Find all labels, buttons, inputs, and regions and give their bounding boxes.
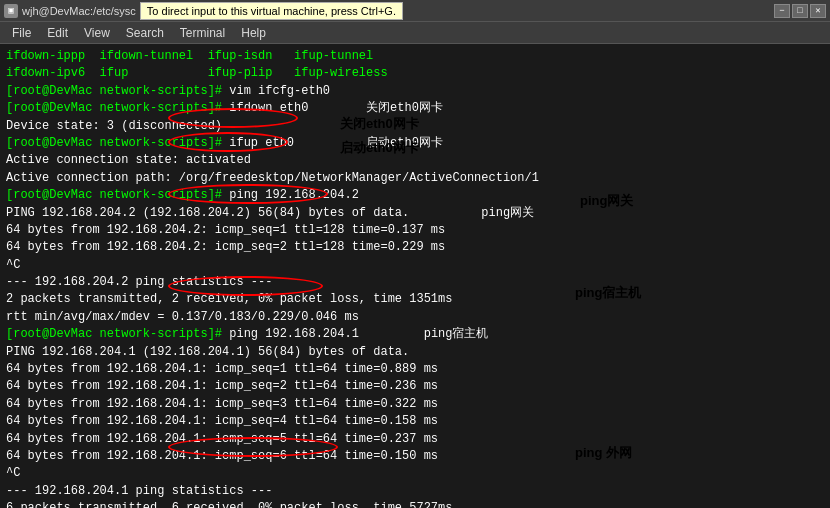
annotation-3: ping宿主机 bbox=[575, 284, 641, 302]
annotation-4: ping 外网 bbox=[575, 444, 632, 462]
maximize-button[interactable]: □ bbox=[792, 4, 808, 18]
title-bar-left: ▣ wjh@DevMac:/etc/sysc To direct input t… bbox=[4, 2, 403, 20]
terminal-line: 64 bytes from 192.168.204.1: icmp_seq=1 … bbox=[6, 361, 824, 378]
terminal-line: 64 bytes from 192.168.204.2: icmp_seq=2 … bbox=[6, 239, 824, 256]
terminal-line: 64 bytes from 192.168.204.1: icmp_seq=5 … bbox=[6, 431, 824, 448]
terminal-line: 64 bytes from 192.168.204.1: icmp_seq=6 … bbox=[6, 448, 824, 465]
terminal-line: PING 192.168.204.2 (192.168.204.2) 56(84… bbox=[6, 205, 824, 222]
menu-bar: FileEditViewSearchTerminalHelp bbox=[0, 22, 830, 44]
terminal-line: --- 192.168.204.1 ping statistics --- bbox=[6, 483, 824, 500]
terminal-icon: ▣ bbox=[4, 4, 18, 18]
annotation-2: ping网关 bbox=[580, 192, 633, 210]
menu-item-view[interactable]: View bbox=[76, 22, 118, 44]
terminal-line: PING 192.168.204.1 (192.168.204.1) 56(84… bbox=[6, 344, 824, 361]
annotation-1: 启动eth0网卡 bbox=[340, 139, 419, 157]
menu-item-edit[interactable]: Edit bbox=[39, 22, 76, 44]
menu-item-file[interactable]: File bbox=[4, 22, 39, 44]
terminal-line: 6 packets transmitted, 6 received, 0% pa… bbox=[6, 500, 824, 508]
close-button[interactable]: ✕ bbox=[810, 4, 826, 18]
title-bar-controls: − □ ✕ bbox=[774, 4, 826, 18]
terminal-line: 64 bytes from 192.168.204.2: icmp_seq=1 … bbox=[6, 222, 824, 239]
title-bar-tooltip: To direct input to this virtual machine,… bbox=[140, 2, 403, 20]
terminal-line: 2 packets transmitted, 2 received, 0% pa… bbox=[6, 291, 824, 308]
menu-item-terminal[interactable]: Terminal bbox=[172, 22, 233, 44]
title-bar: ▣ wjh@DevMac:/etc/sysc To direct input t… bbox=[0, 0, 830, 22]
terminal-line: [root@DevMac network-scripts]# vim ifcfg… bbox=[6, 83, 824, 100]
terminal-line: [root@DevMac network-scripts]# ping 192.… bbox=[6, 326, 824, 343]
terminal-line: ^C bbox=[6, 257, 824, 274]
terminal[interactable]: ifdown-ippp ifdown-tunnel ifup-isdn ifup… bbox=[0, 44, 830, 508]
terminal-line: rtt min/avg/max/mdev = 0.137/0.183/0.229… bbox=[6, 309, 824, 326]
terminal-line: ifdown-ippp ifdown-tunnel ifup-isdn ifup… bbox=[6, 48, 824, 65]
terminal-line: Active connection path: /org/freedesktop… bbox=[6, 170, 824, 187]
terminal-line: 64 bytes from 192.168.204.1: icmp_seq=3 … bbox=[6, 396, 824, 413]
minimize-button[interactable]: − bbox=[774, 4, 790, 18]
title-bar-title: wjh@DevMac:/etc/sysc bbox=[22, 5, 136, 17]
menu-item-search[interactable]: Search bbox=[118, 22, 172, 44]
terminal-line: 64 bytes from 192.168.204.1: icmp_seq=2 … bbox=[6, 378, 824, 395]
terminal-line: [root@DevMac network-scripts]# ping 192.… bbox=[6, 187, 824, 204]
terminal-line: 64 bytes from 192.168.204.1: icmp_seq=4 … bbox=[6, 413, 824, 430]
terminal-line: ^C bbox=[6, 465, 824, 482]
terminal-line: --- 192.168.204.2 ping statistics --- bbox=[6, 274, 824, 291]
annotation-0: 关闭eth0网卡 bbox=[340, 115, 419, 133]
menu-item-help[interactable]: Help bbox=[233, 22, 274, 44]
terminal-line: ifdown-ipv6 ifup ifup-plip ifup-wireless bbox=[6, 65, 824, 82]
terminal-wrapper: ifdown-ippp ifdown-tunnel ifup-isdn ifup… bbox=[0, 44, 830, 508]
